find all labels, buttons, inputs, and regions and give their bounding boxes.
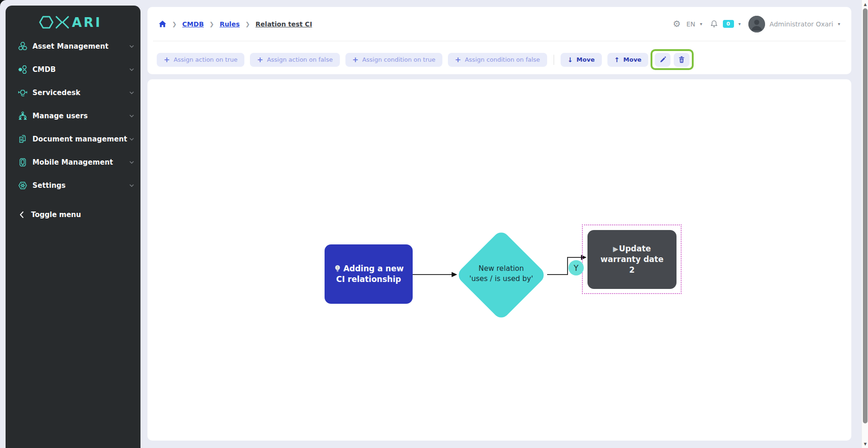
plus-icon: + bbox=[455, 56, 461, 64]
toggle-menu-label: Toggle menu bbox=[31, 211, 81, 219]
sidebar-item-mobile-management[interactable]: Mobile Management bbox=[6, 151, 140, 174]
chevron-down-icon[interactable]: ▾ bbox=[838, 21, 840, 26]
button-label: Move bbox=[576, 56, 594, 63]
condition-line-1: New relation bbox=[462, 264, 541, 274]
flow-node-start[interactable]: Adding a new CI relationship bbox=[325, 244, 413, 304]
rule-flow-canvas[interactable]: Adding a new CI relationship New relatio… bbox=[147, 79, 851, 441]
chevron-down-icon bbox=[129, 161, 134, 164]
chevron-down-icon bbox=[129, 138, 134, 141]
plus-icon: + bbox=[257, 56, 263, 64]
lightbulb-icon bbox=[333, 264, 342, 273]
sidebar-item-settings[interactable]: Settings bbox=[6, 174, 140, 197]
cmdb-icon bbox=[18, 64, 28, 75]
sidebar-item-label: Settings bbox=[32, 181, 66, 190]
gear-icon[interactable]: ⚙ bbox=[673, 19, 681, 28]
sidebar-item-cmdb[interactable]: CMDB bbox=[6, 58, 140, 81]
chevron-down-icon bbox=[129, 45, 134, 48]
sidebar-item-asset-management[interactable]: Asset Management bbox=[6, 35, 140, 58]
button-label: Move bbox=[623, 56, 641, 63]
chevron-down-icon bbox=[129, 91, 134, 94]
sidebar-item-label: Servicedesk bbox=[32, 89, 80, 97]
rule-toolbar: + Assign action on true + Assign action … bbox=[147, 41, 851, 74]
sidebar-item-label: Mobile Management bbox=[32, 158, 113, 166]
breadcrumb-separator: ❯ bbox=[245, 21, 250, 27]
arrow-up-icon: ↑ bbox=[614, 56, 620, 64]
home-icon[interactable] bbox=[159, 20, 166, 27]
header-card: ❯ CMDB ❯ Rules ❯ Relation test CI ⚙ EN ▾… bbox=[147, 7, 851, 74]
document-management-icon bbox=[18, 134, 28, 144]
oxari-logo: ARI bbox=[6, 6, 140, 30]
sidebar-menu: Asset Management CMDB Servicedesk bbox=[6, 35, 140, 197]
sidebar-item-manage-users[interactable]: Manage users bbox=[6, 104, 140, 128]
trash-icon bbox=[678, 56, 685, 63]
user-silhouette-icon bbox=[748, 16, 765, 32]
edit-delete-group bbox=[655, 53, 689, 67]
move-down-button[interactable]: ↓ Move bbox=[561, 53, 602, 67]
toggle-menu-button[interactable]: Toggle menu bbox=[6, 203, 140, 226]
delete-button[interactable] bbox=[674, 53, 689, 67]
button-label: Assign action on false bbox=[267, 56, 333, 63]
edit-button[interactable] bbox=[655, 53, 670, 67]
vertical-scrollbar[interactable]: ▲ ▼ bbox=[862, 0, 868, 448]
flow-node-action-label: Update warranty date 2 bbox=[600, 244, 664, 275]
scroll-down-arrow[interactable]: ▼ bbox=[862, 440, 868, 448]
sidebar-item-document-management[interactable]: Document management bbox=[6, 128, 140, 151]
condition-line-2: 'uses / is used by' bbox=[462, 274, 541, 284]
breadcrumb-separator: ❯ bbox=[210, 21, 214, 27]
edge-label-yes: Y bbox=[568, 260, 584, 275]
breadcrumb: ❯ CMDB ❯ Rules ❯ Relation test CI ⚙ EN ▾… bbox=[147, 7, 851, 41]
button-label: Assign condition on false bbox=[465, 56, 540, 63]
breadcrumb-current: Relation test CI bbox=[255, 20, 312, 28]
language-selector[interactable]: EN bbox=[686, 20, 695, 28]
breadcrumb-link-rules[interactable]: Rules bbox=[220, 20, 240, 28]
sidebar-item-label: Asset Management bbox=[32, 42, 108, 51]
assign-condition-on-false-button[interactable]: + Assign condition on false bbox=[448, 53, 547, 67]
plus-icon: + bbox=[164, 56, 170, 64]
toolbar-separator bbox=[554, 55, 554, 65]
flow-node-action[interactable]: ▶Update warranty date 2 bbox=[587, 230, 677, 289]
flow-node-start-label: Adding a new CI relationship bbox=[336, 264, 404, 284]
svg-text:ARI: ARI bbox=[72, 15, 102, 30]
user-name[interactable]: Administrator Oxari bbox=[770, 20, 833, 28]
bell-icon[interactable] bbox=[710, 19, 718, 28]
servicedesk-icon bbox=[18, 88, 28, 98]
chevron-down-icon[interactable]: ▾ bbox=[700, 21, 702, 26]
manage-users-icon bbox=[18, 111, 28, 121]
move-up-button[interactable]: ↑ Move bbox=[607, 53, 649, 67]
chevron-down-icon bbox=[129, 184, 134, 187]
scroll-up-arrow[interactable]: ▲ bbox=[862, 0, 868, 8]
scrollbar-thumb[interactable] bbox=[863, 8, 868, 423]
notification-count-badge[interactable]: 0 bbox=[723, 20, 734, 28]
button-label: Assign condition on true bbox=[362, 56, 435, 63]
flow-node-condition-label[interactable]: New relation 'uses / is used by' bbox=[462, 264, 541, 284]
chevron-down-icon bbox=[129, 115, 134, 117]
settings-icon bbox=[18, 180, 28, 191]
chevron-down-icon[interactable]: ▾ bbox=[739, 21, 741, 26]
oxari-logo-icon: ARI bbox=[39, 14, 108, 31]
button-label: Assign action on true bbox=[173, 56, 237, 63]
sidebar: ARI Asset Management CMDB bbox=[6, 6, 140, 448]
sidebar-item-servicedesk[interactable]: Servicedesk bbox=[6, 81, 140, 104]
play-icon: ▶ bbox=[613, 245, 619, 253]
breadcrumb-link-cmdb[interactable]: CMDB bbox=[182, 20, 204, 28]
sidebar-item-label: Manage users bbox=[32, 112, 88, 120]
chevron-down-icon bbox=[129, 68, 134, 71]
pencil-icon bbox=[659, 56, 666, 63]
breadcrumb-separator: ❯ bbox=[172, 21, 177, 27]
assign-action-on-true-button[interactable]: + Assign action on true bbox=[157, 53, 244, 67]
asset-management-icon bbox=[18, 41, 28, 51]
chevron-left-icon bbox=[19, 211, 24, 218]
sidebar-item-label: Document management bbox=[32, 135, 127, 143]
mobile-management-icon bbox=[18, 157, 28, 167]
arrow-down-icon: ↓ bbox=[568, 56, 573, 64]
sidebar-item-label: CMDB bbox=[32, 65, 56, 74]
plus-icon: + bbox=[352, 56, 358, 64]
assign-action-on-false-button[interactable]: + Assign action on false bbox=[250, 53, 339, 67]
avatar[interactable] bbox=[748, 16, 765, 32]
assign-condition-on-true-button[interactable]: + Assign condition on true bbox=[345, 53, 442, 67]
